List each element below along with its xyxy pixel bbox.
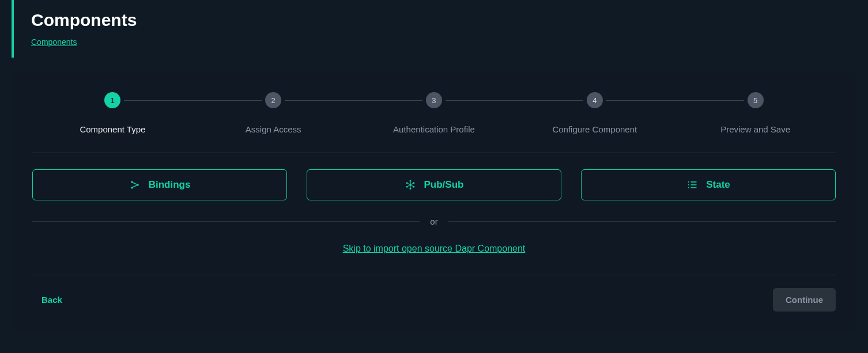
bindings-icon (129, 179, 141, 191)
svg-point-14 (688, 184, 689, 185)
import-dapr-link[interactable]: Skip to import open source Dapr Componen… (32, 244, 836, 254)
wizard-card: 1 Component Type 2 Assign Access 3 Authe… (12, 71, 856, 332)
pubsub-label: Pub/Sub (424, 179, 464, 191)
divider-line (32, 221, 420, 222)
svg-point-8 (406, 186, 407, 188)
bindings-button[interactable]: Bindings (32, 169, 287, 200)
back-button[interactable]: Back (32, 290, 71, 309)
svg-point-9 (406, 182, 407, 184)
state-label: State (706, 179, 730, 191)
page-title: Components (31, 10, 868, 30)
svg-point-3 (409, 184, 412, 186)
pubsub-icon (405, 179, 416, 191)
svg-point-15 (688, 187, 689, 188)
svg-point-5 (413, 182, 414, 184)
divider-or-label: or (430, 217, 437, 226)
svg-point-6 (413, 186, 414, 188)
step-label: Preview and Save (720, 124, 790, 134)
component-type-options: Bindings Pub/Sub (32, 169, 836, 200)
step-assign-access[interactable]: 2 Assign Access (193, 92, 354, 134)
step-number: 2 (265, 92, 281, 108)
step-label: Assign Access (246, 124, 301, 134)
step-number: 1 (104, 92, 120, 108)
stepper: 1 Component Type 2 Assign Access 3 Authe… (32, 92, 836, 153)
step-number: 5 (748, 92, 764, 108)
bindings-label: Bindings (149, 179, 191, 191)
breadcrumb-components[interactable]: Components (31, 37, 77, 47)
state-button[interactable]: State (581, 169, 836, 200)
page-header: Components Components (12, 0, 868, 58)
step-number: 3 (426, 92, 442, 108)
svg-point-13 (688, 181, 689, 183)
step-label: Component Type (80, 124, 145, 134)
step-preview-save[interactable]: 5 Preview and Save (675, 92, 836, 134)
step-configure-component[interactable]: 4 Configure Component (514, 92, 675, 134)
or-divider: or (32, 217, 836, 226)
divider-line (448, 221, 836, 222)
wizard-footer: Back Continue (32, 275, 836, 312)
step-component-type[interactable]: 1 Component Type (32, 92, 193, 134)
step-label: Configure Component (552, 124, 637, 134)
pubsub-button[interactable]: Pub/Sub (307, 169, 561, 200)
state-icon (686, 179, 698, 191)
step-label: Authentication Profile (393, 124, 475, 134)
continue-button[interactable]: Continue (773, 288, 836, 312)
step-auth-profile[interactable]: 3 Authentication Profile (354, 92, 515, 134)
svg-point-4 (409, 180, 411, 182)
step-number: 4 (587, 92, 603, 108)
svg-point-7 (409, 188, 411, 189)
